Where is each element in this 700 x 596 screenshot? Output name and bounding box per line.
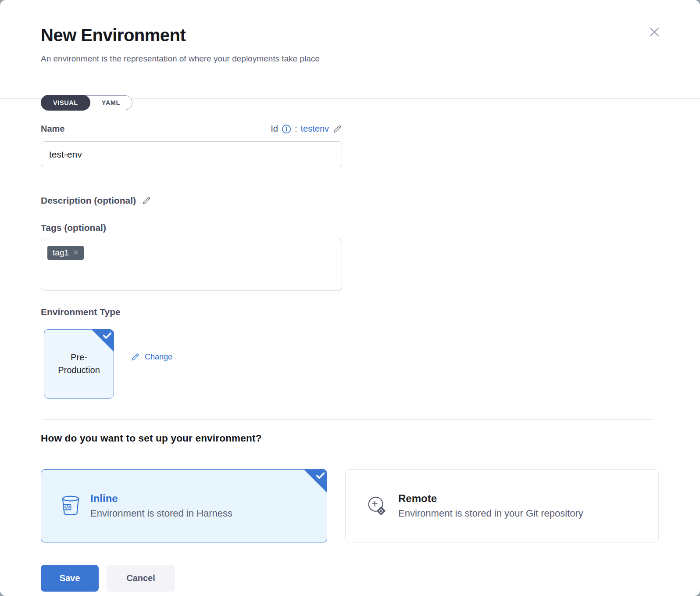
save-button[interactable]: Save [41,565,99,592]
id-value-link[interactable]: testenv [301,124,329,134]
visual-yaml-toggle: VISUAL YAML [41,95,132,110]
edit-description-icon[interactable] [142,196,151,205]
remote-option-card[interactable]: Remote Environment is stored in your Git… [345,469,659,542]
remote-option-description: Environment is stored in your Git reposi… [398,508,583,519]
cancel-button[interactable]: Cancel [107,565,175,592]
dialog-body: VISUAL YAML Name Id : testenv [0,99,700,596]
remote-git-icon [365,494,389,518]
change-label: Change [145,352,172,362]
edit-id-icon[interactable] [332,124,342,134]
dialog-header: New Environment An environment is the re… [0,0,700,99]
name-label: Name [41,124,64,134]
change-environment-type-link[interactable]: Change [131,352,172,362]
close-icon [648,25,661,39]
environment-type-label: Environment Type [41,307,342,317]
id-label: Id [271,124,278,134]
description-label: Description (optional) [41,195,136,206]
tag-chip-label: tag1 [53,248,69,258]
info-icon[interactable] [282,124,291,134]
tags-label: Tags (optional) [41,223,342,233]
tab-yaml[interactable]: YAML [90,95,132,110]
dialog-subtitle: An environment is the representation of … [41,54,659,64]
id-separator: : [295,124,297,134]
tags-input[interactable]: tag1 ✕ [41,239,342,291]
environment-type-card[interactable]: Pre-Production [44,329,114,399]
inline-option-description: Environment is stored in Harness [90,508,232,519]
remote-option-title: Remote [398,492,583,505]
new-environment-dialog: New Environment An environment is the re… [0,0,700,596]
entity-id-row: Id : testenv [271,124,342,134]
remove-tag-icon[interactable]: ✕ [73,249,79,256]
inline-option-title: Inline [90,492,232,505]
tag-chip: tag1 ✕ [47,246,84,260]
selected-check-corner [91,329,114,352]
edit-pencil-icon [131,352,140,362]
inline-storage-icon [61,495,81,517]
inline-option-card[interactable]: Inline Environment is stored in Harness [41,469,327,542]
setup-heading: How do you want to set up your environme… [41,433,659,444]
close-button[interactable] [646,24,662,40]
environment-type-value: Pre-Production [51,351,107,377]
selected-check-corner [304,469,327,493]
page-title: New Environment [41,25,659,45]
name-input[interactable] [41,141,342,167]
tab-visual[interactable]: VISUAL [41,95,90,110]
section-divider [44,419,654,420]
